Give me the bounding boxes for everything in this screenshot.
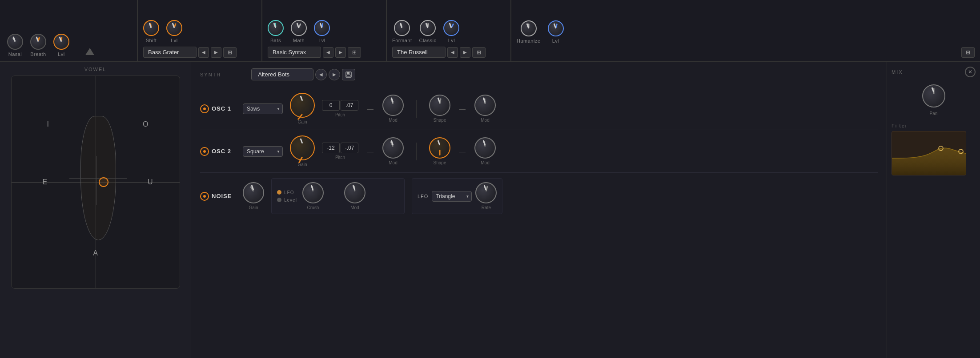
russell-next-btn[interactable]: ▶ bbox=[460, 47, 470, 58]
classic-knob[interactable] bbox=[420, 20, 436, 36]
bass-grater-mixer-btn[interactable]: ⊞ bbox=[223, 47, 237, 58]
russell-preset-row: The Russell ◀ ▶ ⊞ bbox=[392, 47, 505, 58]
osc1-power-indicator bbox=[203, 107, 206, 110]
noise-gain-knob[interactable] bbox=[243, 182, 264, 203]
lfo-active-dot bbox=[277, 190, 281, 195]
vowel-cursor[interactable] bbox=[99, 177, 108, 187]
osc2-label: OSC 2 bbox=[212, 148, 231, 155]
mix-header: MIX ✕ bbox=[892, 67, 976, 77]
lvl4-knob[interactable] bbox=[443, 20, 459, 36]
mix-close-btn[interactable]: ✕ bbox=[965, 67, 976, 77]
bass-grater-preset-row: Bass Grater ◀ ▶ ⊞ bbox=[143, 47, 256, 58]
osc1-pitch-fine[interactable]: .07 bbox=[341, 100, 358, 111]
osc1-shape-mod-label: Mod bbox=[481, 118, 489, 123]
filter-display bbox=[892, 131, 966, 175]
osc2-power-btn[interactable] bbox=[200, 147, 209, 156]
vowel-panel: VOWEL I O E U A bbox=[0, 62, 191, 358]
osc2-shape-mod-knob[interactable] bbox=[474, 137, 496, 159]
noise-row: NOISE Gain LFO Level bbox=[200, 173, 878, 219]
humanize-knob[interactable] bbox=[521, 20, 537, 36]
lvl1-knob-group: Lvl bbox=[53, 34, 69, 57]
filter-curve-svg bbox=[892, 131, 966, 175]
osc2-pitch-coarse[interactable]: -12 bbox=[322, 143, 340, 153]
basic-syntax-prev-btn[interactable]: ◀ bbox=[323, 47, 333, 58]
breath-knob[interactable] bbox=[30, 34, 46, 50]
lfo-rate-knob[interactable] bbox=[475, 182, 497, 203]
nasal-knob[interactable] bbox=[7, 34, 23, 50]
lvl5-knob-group: Lvl bbox=[548, 20, 564, 44]
collapse-icon[interactable] bbox=[85, 48, 94, 55]
osc2-gain-knob[interactable] bbox=[290, 135, 315, 160]
osc2-pitch-label: Pitch bbox=[335, 155, 345, 160]
synth-preset-prev-btn[interactable]: ◀ bbox=[315, 69, 327, 80]
lfo-indicator-row: LFO bbox=[277, 190, 297, 195]
osc2-waveform-select[interactable]: Square Saws Sine bbox=[243, 146, 283, 157]
lfo-type-select[interactable]: Triangle Sine Square bbox=[432, 191, 472, 202]
formant-knob[interactable] bbox=[394, 20, 410, 36]
osc1-shape-knob[interactable] bbox=[429, 95, 450, 116]
synth-panel: SYNTH Altered Bots ◀ ▶ bbox=[191, 62, 887, 358]
bats-knob[interactable] bbox=[268, 20, 284, 36]
basic-syntax-next-btn[interactable]: ▶ bbox=[335, 47, 346, 58]
osc2-pitch-fine[interactable]: -.07 bbox=[341, 143, 358, 153]
pan-label: Pan bbox=[930, 111, 938, 116]
bass-grater-prev-btn[interactable]: ◀ bbox=[198, 47, 209, 58]
lvl2-label: Lvl bbox=[171, 38, 178, 43]
lfo-rate-group: Rate bbox=[475, 182, 497, 210]
osc2-mod-label: Mod bbox=[389, 160, 397, 165]
up-triangle-btn[interactable] bbox=[85, 48, 94, 55]
synth-preset-next-btn[interactable]: ▶ bbox=[329, 69, 340, 80]
lfo-controls-label: LFO bbox=[418, 194, 428, 199]
crush-knob[interactable] bbox=[302, 182, 324, 203]
osc2-shape-group: Shape bbox=[429, 137, 450, 165]
osc1-row: OSC 1 Saws Sine Square Gain 0 .07 bbox=[200, 88, 878, 130]
osc1-power-btn[interactable] bbox=[200, 104, 209, 113]
osc2-mod-knob[interactable] bbox=[382, 137, 404, 159]
osc1-label: OSC 1 bbox=[212, 105, 231, 112]
shift-knob[interactable] bbox=[143, 20, 159, 36]
top-bar: Nasal Breath Lvl Sh bbox=[0, 0, 980, 62]
osc1-dash1: — bbox=[367, 105, 374, 112]
russell-mixer-btn[interactable]: ⊞ bbox=[472, 47, 486, 58]
noise-mod-knob[interactable] bbox=[344, 182, 365, 203]
osc1-shape-mod-knob[interactable] bbox=[474, 95, 496, 116]
humanize-mixer-btn[interactable]: ⊞ bbox=[961, 47, 975, 58]
lvl3-knob[interactable] bbox=[314, 20, 330, 36]
osc1-waveform-wrapper[interactable]: Saws Sine Square bbox=[243, 103, 283, 114]
noise-power-btn[interactable] bbox=[200, 192, 209, 201]
vowel-inner-line-v bbox=[96, 156, 96, 205]
synth-preset-display: Altered Bots bbox=[251, 68, 313, 80]
osc1-mod-label: Mod bbox=[389, 118, 397, 123]
osc2-shape-knob[interactable] bbox=[429, 137, 450, 159]
math-knob[interactable] bbox=[291, 20, 307, 36]
close-icon: ✕ bbox=[968, 69, 972, 75]
osc1-gain-knob[interactable] bbox=[290, 93, 315, 118]
osc1-pitch-group: 0 .07 Pitch bbox=[322, 100, 358, 117]
humanize-section: Humanize Lvl ⊞ bbox=[511, 0, 980, 61]
osc2-divider bbox=[416, 143, 417, 160]
bass-grater-next-btn[interactable]: ▶ bbox=[211, 47, 221, 58]
vowel-pad[interactable]: I O E U A bbox=[11, 76, 180, 289]
lvl5-knob[interactable] bbox=[548, 20, 564, 36]
lvl1-label: Lvl bbox=[58, 52, 65, 57]
basic-syntax-mixer-btn[interactable]: ⊞ bbox=[348, 47, 361, 58]
save-icon bbox=[345, 72, 352, 78]
crush-label: Crush bbox=[307, 205, 319, 210]
osc2-pitch-group: -12 -.07 Pitch bbox=[322, 143, 358, 160]
humanize-preset-row: ⊞ bbox=[517, 47, 975, 58]
level-dot bbox=[277, 198, 281, 202]
osc2-waveform-wrapper[interactable]: Square Saws Sine bbox=[243, 146, 283, 157]
pan-knob[interactable] bbox=[922, 84, 945, 107]
synth-preset-save-btn[interactable] bbox=[342, 69, 355, 80]
osc1-waveform-select[interactable]: Saws Sine Square bbox=[243, 103, 283, 114]
osc2-shape-label: Shape bbox=[434, 160, 446, 165]
lfo-type-wrapper[interactable]: Triangle Sine Square bbox=[432, 191, 472, 202]
noise-dash: — bbox=[331, 193, 337, 200]
russell-prev-btn[interactable]: ◀ bbox=[447, 47, 458, 58]
lvl1-knob[interactable] bbox=[53, 34, 69, 50]
osc1-mod-knob[interactable] bbox=[382, 95, 404, 116]
osc1-gain-label: Gain bbox=[297, 119, 307, 124]
lvl2-knob[interactable] bbox=[166, 20, 182, 36]
osc1-pitch-coarse[interactable]: 0 bbox=[322, 100, 340, 111]
synth-preset-selector: Altered Bots ◀ ▶ bbox=[251, 68, 355, 80]
